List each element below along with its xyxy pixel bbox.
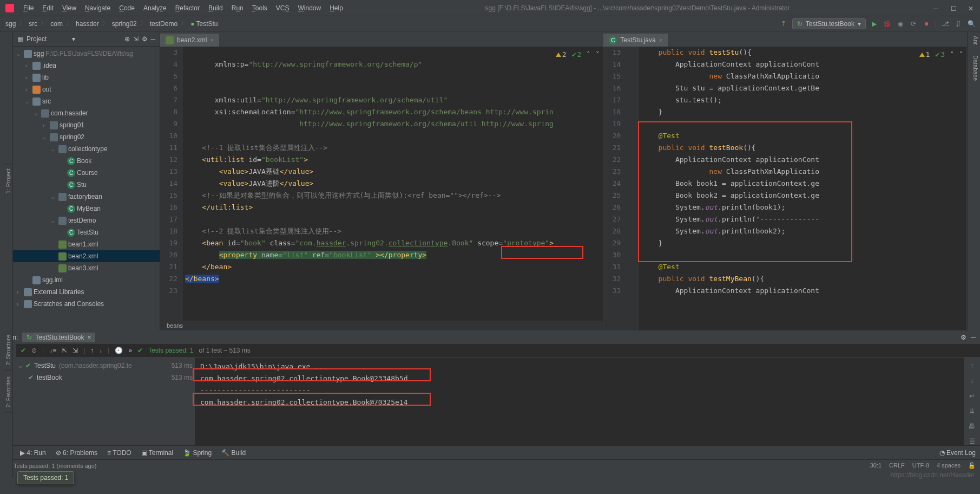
project-tool-button[interactable]: 1: Project	[4, 164, 12, 198]
maximize-icon[interactable]: ☐	[951, 5, 957, 11]
run-tab[interactable]: ↻ TestStu.testBook ×	[22, 333, 95, 342]
tree-row[interactable]: ⌵src	[13, 95, 160, 107]
export-icon[interactable]: »	[128, 347, 132, 354]
tab-run[interactable]: ▶ 4: Run	[20, 449, 46, 457]
encoding[interactable]: UTF-8	[912, 462, 929, 469]
vcs-icon[interactable]: ⎇	[941, 20, 950, 28]
tree-row[interactable]: CTestStu	[13, 226, 160, 238]
tree-row[interactable]: CMyBean	[13, 203, 160, 214]
menu-build[interactable]: Build	[205, 3, 227, 14]
menu-help[interactable]: Help	[326, 3, 347, 14]
coverage-icon[interactable]: ◉	[896, 20, 905, 28]
menu-file[interactable]: File	[19, 3, 37, 14]
tree-row[interactable]: ⌵com.hassder	[13, 107, 160, 119]
breadcrumb-item[interactable]: src	[28, 19, 38, 29]
tab-todo[interactable]: ≡ TODO	[107, 449, 131, 457]
expand-icon[interactable]: ⇱	[62, 347, 67, 354]
menu-vcs[interactable]: VCS	[272, 3, 293, 14]
tree-row[interactable]: ›spring01	[13, 119, 160, 131]
breadcrumb-item[interactable]: ● TestStu	[189, 19, 219, 29]
menu-refactor[interactable]: Refactor	[172, 3, 203, 14]
breadcrumb-item[interactable]: hassder	[75, 19, 100, 29]
history-icon[interactable]: 🕘	[115, 347, 123, 354]
favorites-tool-button[interactable]: 2: Favorites	[4, 372, 12, 412]
profile-icon[interactable]: ⟳	[909, 20, 918, 28]
down-icon[interactable]: ↓	[970, 377, 974, 385]
gear-icon[interactable]: ⚙	[142, 35, 148, 43]
breadcrumb-item[interactable]: com	[49, 19, 64, 29]
tab-teststu-java[interactable]: C TestStu.java ×	[603, 32, 668, 47]
run-icon[interactable]: ▶	[870, 20, 879, 28]
tree-row[interactable]: CBook	[13, 155, 160, 167]
menu-analyze[interactable]: Analyze	[140, 3, 170, 14]
close-tab-icon[interactable]: ×	[210, 37, 213, 43]
print-icon[interactable]: 🖶	[969, 422, 975, 430]
editor-breadcrumb[interactable]: beans	[167, 322, 183, 329]
console-output[interactable]: D:\Java\jdk15\bin\java.exe ...com.hassde…	[195, 358, 964, 445]
tree-row[interactable]: ⌵testDemo	[13, 214, 160, 226]
menu-view[interactable]: View	[58, 3, 80, 14]
tree-row[interactable]: ›Scratches and Consoles	[13, 298, 160, 310]
fail-icon[interactable]: ⊘	[31, 347, 37, 354]
close-tab-icon[interactable]: ×	[659, 37, 662, 43]
hide-icon[interactable]: ─	[971, 334, 976, 341]
tree-row[interactable]: ›.idea	[13, 60, 160, 72]
tree-row[interactable]: ›out	[13, 83, 160, 95]
tree-row[interactable]: ⌵factorybean	[13, 191, 160, 203]
prev-icon[interactable]: ↑	[90, 347, 94, 354]
run-config-selector[interactable]: ↻ TestStu.testBook ▾	[792, 18, 866, 29]
line-separator[interactable]: CRLF	[889, 462, 905, 469]
chevron-up-icon[interactable]: ˄	[587, 49, 590, 61]
menu-edit[interactable]: Edit	[38, 3, 57, 14]
tab-terminal[interactable]: ▣ Terminal	[141, 449, 173, 457]
tree-row[interactable]: ›lib	[13, 72, 160, 83]
tree-row[interactable]: CCourse	[13, 167, 160, 179]
indent[interactable]: 4 spaces	[937, 462, 961, 469]
menu-navigate[interactable]: Navigate	[81, 3, 114, 14]
minimize-icon[interactable]: ─	[933, 5, 940, 11]
chevron-down-icon[interactable]: ˅	[596, 49, 600, 61]
project-tree[interactable]: ⌵sgg F:\D.FLS\JavaFLS\IDEA\fls\sg›.idea›…	[13, 47, 160, 330]
pass-icon[interactable]: ✔	[21, 347, 26, 354]
menu-run[interactable]: Run	[228, 3, 247, 14]
tree-row[interactable]: ⌵collectiontype	[13, 143, 160, 155]
sort-icon[interactable]: ↓≡	[49, 347, 56, 354]
scroll-icon[interactable]: ⇊	[969, 407, 975, 415]
event-log-button[interactable]: ◔ Event Log	[939, 449, 976, 457]
close-icon[interactable]: ✕	[968, 5, 975, 11]
tree-row[interactable]: sgg.iml	[13, 274, 160, 286]
update-icon[interactable]: ⮃	[954, 20, 963, 28]
filter-icon[interactable]: ☰	[969, 438, 975, 445]
tree-row[interactable]: ⌵sgg F:\D.FLS\JavaFLS\IDEA\fls\sg	[13, 48, 160, 60]
gear-icon[interactable]: ⚙	[961, 334, 966, 341]
next-icon[interactable]: ↓	[99, 347, 102, 354]
tree-row[interactable]: ›External Libraries	[13, 286, 160, 298]
database-tool-button[interactable]: Database	[971, 51, 980, 85]
tab-build[interactable]: 🔨 Build	[221, 449, 246, 457]
tree-row[interactable]: bean2.xml	[13, 250, 160, 262]
tree-row[interactable]: CStu	[13, 179, 160, 191]
tree-row[interactable]: bean3.xml	[13, 262, 160, 274]
close-run-tab-icon[interactable]: ×	[87, 334, 91, 341]
up-icon[interactable]: ↑	[970, 362, 974, 369]
wrap-icon[interactable]: ↩	[969, 392, 975, 400]
hide-icon[interactable]: ─	[151, 35, 156, 43]
debug-icon[interactable]: 🐞	[883, 20, 892, 28]
expand-icon[interactable]: ⇲	[133, 35, 139, 43]
search-icon[interactable]: 🔍	[967, 20, 976, 28]
chevron-down-icon[interactable]: ˅	[959, 49, 963, 61]
menu-tools[interactable]: Tools	[248, 3, 271, 14]
ant-tool-button[interactable]: Ant	[971, 31, 980, 49]
test-row[interactable]: ✔testBook513 ms	[18, 372, 193, 384]
build-icon[interactable]: ⤒	[779, 20, 788, 28]
breadcrumb-item[interactable]: spring02	[111, 19, 138, 29]
tab-spring[interactable]: 🍃 Spring	[183, 449, 212, 457]
chevron-up-icon[interactable]: ˄	[950, 49, 954, 61]
tab-bean2-xml[interactable]: bean2.xml ×	[160, 32, 219, 47]
tree-row[interactable]: bean1.xml	[13, 238, 160, 250]
breadcrumb-item[interactable]: sgg	[4, 19, 17, 29]
menu-code[interactable]: Code	[115, 3, 139, 14]
chevron-down-icon[interactable]: ▾	[72, 35, 75, 43]
test-tree[interactable]: ⌵✔TestStu(com.hassder.spring02.te513 ms✔…	[16, 358, 195, 445]
test-row[interactable]: ⌵✔TestStu(com.hassder.spring02.te513 ms	[18, 360, 193, 372]
